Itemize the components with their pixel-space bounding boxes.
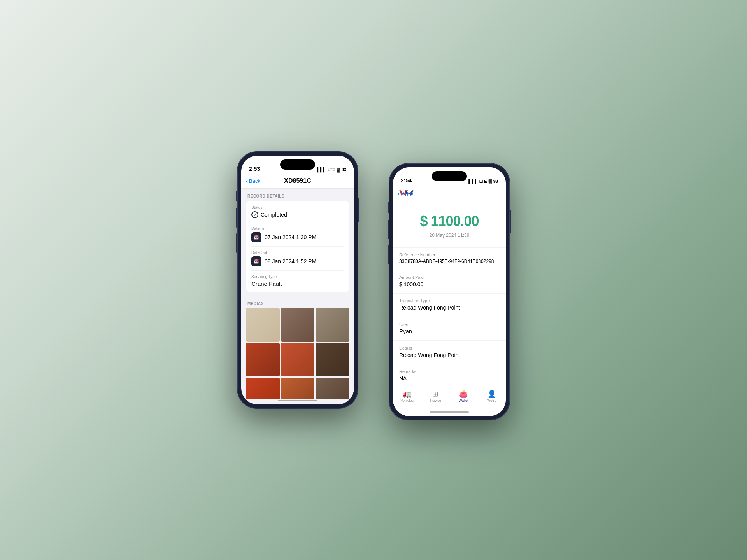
dynamic-island (280, 159, 315, 170)
amount-date: 20 May 2024 11:39 (399, 233, 500, 238)
field-divider-1 (251, 222, 344, 222)
back-label: Back (249, 178, 260, 184)
tab-profile-label: Profile (487, 399, 497, 402)
field-divider-3 (251, 270, 344, 271)
remarks-value: NA (399, 375, 500, 383)
media-item-8[interactable] (281, 378, 315, 399)
phone-1: 2:53 ▌▌▌ LTE ▓ 93 ‹ Back XD8591C RECORD … (237, 152, 358, 408)
transaction-type-row: Transation Type Reload Wong Fong Point (393, 294, 506, 317)
phone2-battery-level: 93 (493, 179, 498, 184)
date-in-field: 📅 07 Jan 2024 1:30 PM (251, 232, 344, 242)
user-label: User (399, 322, 500, 327)
signal-icon: ▌▌▌ (317, 167, 326, 172)
tab-wallet-label: Wallet (459, 399, 468, 402)
user-row: User Ryan (393, 317, 506, 340)
phone2-side-button-mute (388, 202, 389, 213)
phone-2-screen: 2:54 ▌▌▌ LTE ▓ 93 ‹ Wallet (393, 167, 506, 416)
wallet-back-label: Wallet (401, 191, 415, 196)
amount-paid-row: Amount Paid $ 1000.00 (393, 270, 506, 293)
wallet-back-chevron-icon: ‹ (398, 190, 400, 197)
home-indicator (278, 400, 317, 401)
reference-number-label: Reference Number (399, 252, 500, 257)
vehicles-icon: 🚛 (403, 390, 411, 397)
user-value: Ryan (399, 328, 500, 336)
profile-icon: 👤 (487, 390, 496, 397)
phones-container: 2:53 ▌▌▌ LTE ▓ 93 ‹ Back XD8591C RECORD … (237, 140, 510, 420)
tab-vehicles-label: Vehicles (400, 399, 414, 402)
reference-number-value: 33C8780A-ABDF-495E-94F9-6D41E0802298 (399, 258, 500, 265)
media-item-3[interactable] (316, 308, 349, 342)
medias-header: MEDIAS (241, 296, 354, 308)
wallet-icon: 👛 (459, 390, 468, 397)
details-value: Reload Wong Fong Point (399, 352, 500, 359)
phone2-battery-icon: ▓ (489, 179, 492, 184)
phone2-side-button-vol-up (388, 220, 389, 239)
media-item-5[interactable] (281, 343, 315, 377)
phone2-home-indicator (430, 411, 469, 413)
remarks-row: Remarks NA (393, 364, 506, 387)
servicing-type-value: Crane Fault (251, 280, 282, 287)
scroll-content[interactable]: RECORD DETAILS Status ✓ Completed Date I… (241, 189, 354, 399)
phone2-status-time: 2:54 (401, 177, 412, 184)
amount-paid-label: Amount Paid (399, 275, 500, 280)
back-button[interactable]: ‹ Back (246, 178, 260, 184)
status-field: ✓ Completed (251, 211, 344, 218)
tab-profile[interactable]: 👤 Profile (478, 390, 506, 402)
amount-section: $ 1100.00 20 May 2024 11:39 (393, 201, 506, 247)
tab-browse[interactable]: ⊞ Browse (421, 390, 450, 402)
date-out-field: 📅 08 Jan 2024 1:52 PM (251, 256, 344, 266)
back-chevron-icon: ‹ (246, 178, 248, 184)
phone2-side-button-vol-down (388, 245, 389, 264)
media-item-9[interactable] (316, 378, 349, 399)
tab-vehicles[interactable]: 🚛 Vehicles (393, 390, 421, 402)
date-in-label: Date In (251, 226, 344, 231)
media-item-7[interactable] (246, 378, 280, 399)
media-item-4[interactable] (246, 343, 280, 377)
date-in-value: 07 Jan 2024 1:30 PM (265, 234, 316, 240)
field-divider-2 (251, 246, 344, 247)
battery-level: 93 (342, 167, 346, 172)
battery-icon: ▓ (337, 167, 340, 172)
browse-icon: ⊞ (432, 390, 438, 397)
phone-1-screen: 2:53 ▌▌▌ LTE ▓ 93 ‹ Back XD8591C RECORD … (241, 156, 354, 404)
status-icons: ▌▌▌ LTE ▓ 93 (317, 167, 346, 172)
page-title: XD8591C (284, 177, 311, 184)
reference-number-row: Reference Number 33C8780A-ABDF-495E-94F9… (393, 248, 506, 270)
calendar-icon: 📅 (251, 232, 261, 242)
phone2-dynamic-island (432, 171, 467, 181)
phone2-scroll-content[interactable]: $ 1100.00 20 May 2024 11:39 Reference Nu… (393, 201, 506, 391)
details-section: Reference Number 33C8780A-ABDF-495E-94F9… (393, 247, 506, 387)
record-details-card: Status ✓ Completed Date In 📅 07 Jan 2024… (246, 201, 349, 292)
record-details-header: RECORD DETAILS (241, 189, 354, 201)
media-grid (246, 308, 349, 399)
media-item-6[interactable] (316, 343, 349, 377)
phone2-signal-type: LTE (479, 179, 487, 184)
check-circle-icon: ✓ (251, 211, 258, 218)
transaction-type-value: Reload Wong Fong Point (399, 304, 500, 312)
tab-browse-label: Browse (430, 399, 441, 402)
status-value: Completed (261, 212, 287, 218)
date-out-value: 08 Jan 2024 1:52 PM (265, 258, 316, 264)
navigation-bar: ‹ Back XD8591C (241, 174, 354, 189)
details-label: Details (399, 346, 500, 350)
main-amount: $ 1100.00 (399, 213, 500, 229)
media-item-1[interactable] (246, 308, 280, 342)
wallet-nav-bar: ‹ Wallet (393, 186, 506, 201)
date-out-label: Date Out (251, 250, 344, 255)
remarks-label: Remarks (399, 369, 500, 374)
phone-2: 2:54 ▌▌▌ LTE ▓ 93 ‹ Wallet (389, 163, 510, 420)
amount-paid-value: $ 1000.00 (399, 281, 500, 289)
servicing-type-label: Servicing Type (251, 275, 344, 279)
wallet-back-button[interactable]: ‹ Wallet (398, 190, 415, 197)
phone2-status-icons: ▌▌▌ LTE ▓ 93 (468, 179, 498, 184)
side-button-vol-up (236, 208, 237, 228)
side-button-vol-down (236, 233, 237, 253)
media-item-2[interactable] (281, 308, 315, 342)
signal-type: LTE (328, 167, 335, 172)
transaction-type-label: Transation Type (399, 298, 500, 303)
status-label: Status (251, 205, 344, 210)
tab-wallet[interactable]: 👛 Wallet (449, 390, 478, 402)
side-button-mute (236, 191, 237, 201)
phone2-signal-icon: ▌▌▌ (468, 179, 477, 184)
details-row: Details Reload Wong Fong Point (393, 341, 506, 364)
